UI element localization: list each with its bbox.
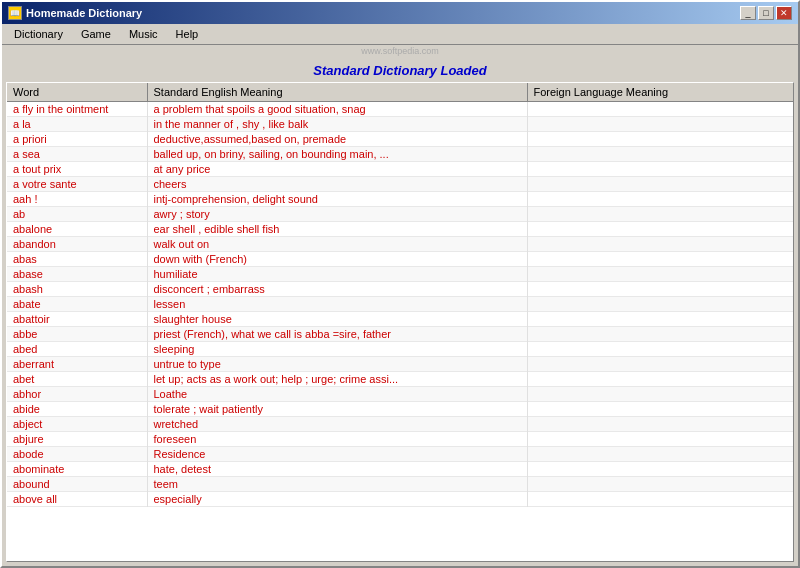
cell-foreign: [527, 267, 793, 282]
cell-foreign: [527, 192, 793, 207]
cell-meaning: especially: [147, 492, 527, 507]
cell-meaning: lessen: [147, 297, 527, 312]
dictionary-title: Standard Dictionary Loaded: [2, 57, 798, 82]
cell-word: abound: [7, 477, 147, 492]
dictionary-table: Word Standard English Meaning Foreign La…: [7, 83, 793, 507]
table-row: abase humiliate: [7, 267, 793, 282]
table-row: a tout prixat any price: [7, 162, 793, 177]
cell-foreign: [527, 102, 793, 117]
cell-word: abet: [7, 372, 147, 387]
table-row: abbepriest (French), what we call is abb…: [7, 327, 793, 342]
cell-word: aberrant: [7, 357, 147, 372]
cell-word: a sea: [7, 147, 147, 162]
cell-foreign: [527, 432, 793, 447]
cell-word: abode: [7, 447, 147, 462]
cell-meaning: awry ; story: [147, 207, 527, 222]
cell-foreign: [527, 117, 793, 132]
table-row: abattoirslaughter house: [7, 312, 793, 327]
cell-foreign: [527, 462, 793, 477]
cell-foreign: [527, 402, 793, 417]
cell-meaning: teem: [147, 477, 527, 492]
cell-meaning: cheers: [147, 177, 527, 192]
table-row: abaloneear shell , edible shell fish: [7, 222, 793, 237]
cell-foreign: [527, 237, 793, 252]
cell-word: ab: [7, 207, 147, 222]
cell-foreign: [527, 342, 793, 357]
table-row: aboundteem: [7, 477, 793, 492]
cell-word: above all: [7, 492, 147, 507]
table-row: abawry ; story: [7, 207, 793, 222]
cell-meaning: intj-comprehension, delight sound: [147, 192, 527, 207]
cell-word: abate: [7, 297, 147, 312]
dictionary-table-container: Word Standard English Meaning Foreign La…: [6, 82, 794, 562]
table-row: a votre santecheers: [7, 177, 793, 192]
cell-meaning: foreseen: [147, 432, 527, 447]
cell-meaning: balled up, on briny, sailing, on boundin…: [147, 147, 527, 162]
cell-foreign: [527, 477, 793, 492]
menu-music[interactable]: Music: [121, 26, 166, 42]
cell-meaning: in the manner of , shy , like balk: [147, 117, 527, 132]
cell-meaning: ear shell , edible shell fish: [147, 222, 527, 237]
table-row: abjectwretched: [7, 417, 793, 432]
cell-foreign: [527, 252, 793, 267]
table-row: abetlet up; acts as a work out; help ; u…: [7, 372, 793, 387]
table-row: abjureforeseen: [7, 432, 793, 447]
cell-word: a priori: [7, 132, 147, 147]
table-row: abedsleeping: [7, 342, 793, 357]
cell-foreign: [527, 357, 793, 372]
cell-meaning: sleeping: [147, 342, 527, 357]
cell-word: abide: [7, 402, 147, 417]
table-row: a fly in the ointmenta problem that spoi…: [7, 102, 793, 117]
cell-word: abase: [7, 267, 147, 282]
table-row: abasdown with (French): [7, 252, 793, 267]
cell-meaning: humiliate: [147, 267, 527, 282]
cell-meaning: Residence: [147, 447, 527, 462]
cell-word: abominate: [7, 462, 147, 477]
cell-meaning: hate, detest: [147, 462, 527, 477]
window-title: Homemade Dictionary: [26, 7, 142, 19]
watermark: www.softpedia.com: [2, 45, 798, 57]
menu-dictionary[interactable]: Dictionary: [6, 26, 71, 42]
cell-foreign: [527, 282, 793, 297]
cell-foreign: [527, 372, 793, 387]
cell-meaning: a problem that spoils a good situation, …: [147, 102, 527, 117]
table-row: abominatehate, detest: [7, 462, 793, 477]
maximize-button[interactable]: □: [758, 6, 774, 20]
cell-foreign: [527, 387, 793, 402]
cell-foreign: [527, 327, 793, 342]
cell-meaning: tolerate ; wait patiently: [147, 402, 527, 417]
cell-foreign: [527, 312, 793, 327]
cell-foreign: [527, 132, 793, 147]
title-bar-buttons: _ □ ✕: [740, 6, 792, 20]
menu-help[interactable]: Help: [168, 26, 207, 42]
cell-word: abattoir: [7, 312, 147, 327]
cell-word: abhor: [7, 387, 147, 402]
cell-foreign: [527, 447, 793, 462]
menu-bar: Dictionary Game Music Help: [2, 24, 798, 45]
cell-foreign: [527, 297, 793, 312]
cell-word: a tout prix: [7, 162, 147, 177]
table-scroll-area[interactable]: Word Standard English Meaning Foreign La…: [7, 83, 793, 561]
table-row: aberrantuntrue to type: [7, 357, 793, 372]
cell-word: abed: [7, 342, 147, 357]
title-bar: 📖 Homemade Dictionary _ □ ✕: [2, 2, 798, 24]
table-row: a la in the manner of , shy , like balk: [7, 117, 793, 132]
cell-word: abjure: [7, 432, 147, 447]
cell-word: aah !: [7, 192, 147, 207]
cell-foreign: [527, 147, 793, 162]
cell-foreign: [527, 492, 793, 507]
minimize-button[interactable]: _: [740, 6, 756, 20]
cell-foreign: [527, 162, 793, 177]
cell-meaning: at any price: [147, 162, 527, 177]
close-button[interactable]: ✕: [776, 6, 792, 20]
cell-word: a la: [7, 117, 147, 132]
cell-word: abas: [7, 252, 147, 267]
cell-word: abalone: [7, 222, 147, 237]
cell-word: a votre sante: [7, 177, 147, 192]
menu-game[interactable]: Game: [73, 26, 119, 42]
cell-meaning: down with (French): [147, 252, 527, 267]
cell-foreign: [527, 417, 793, 432]
cell-meaning: walk out on: [147, 237, 527, 252]
cell-meaning: let up; acts as a work out; help ; urge;…: [147, 372, 527, 387]
col-header-foreign: Foreign Language Meaning: [527, 83, 793, 102]
